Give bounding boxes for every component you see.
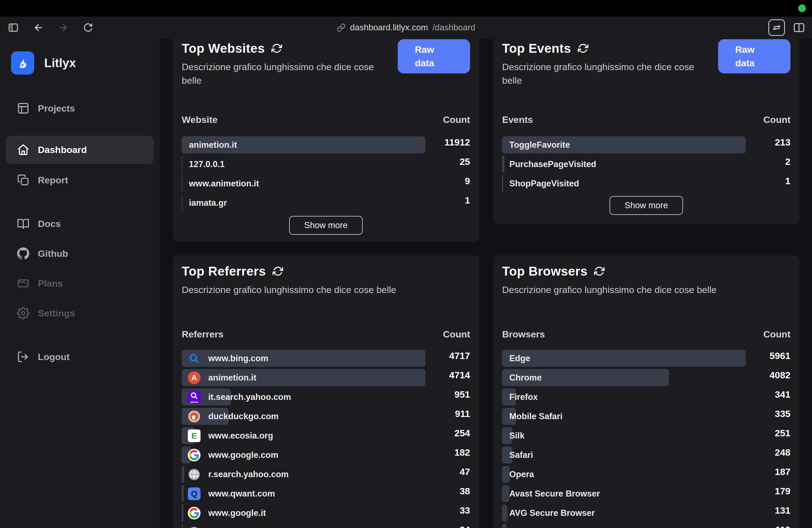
row-count: 131	[775, 505, 791, 516]
row-label: PurchasePageVisited	[509, 159, 596, 169]
value-bar	[182, 175, 182, 192]
table-row: ShopPageVisited1	[502, 175, 791, 192]
row-label: Safari	[509, 450, 533, 460]
row-count: 951	[454, 389, 470, 400]
report-icon	[17, 174, 30, 186]
card-top-browsers: Top Browsers Descrizione grafico lunghis…	[493, 255, 800, 528]
yahoo-favicon: yahoo/	[188, 391, 201, 404]
url-path: /dashboard	[433, 23, 475, 33]
sidebar-item-label: Logout	[38, 352, 70, 362]
table-row: Samsung Internet110	[502, 524, 791, 528]
table-row: www.bing.com4717	[182, 350, 470, 367]
value-bar	[502, 485, 509, 502]
sidebar-item-label: Dashboard	[38, 144, 87, 155]
sidebar-item-dashboard[interactable]: Dashboard	[6, 136, 153, 163]
row-count: 38	[460, 486, 470, 497]
card-top-events: Top Events Descrizione grafico lunghissi…	[493, 39, 800, 224]
sidebar-item-label: Projects	[38, 103, 75, 114]
value-bar	[182, 524, 183, 528]
row-count: 1	[465, 195, 470, 206]
row-label: ShopPageVisited	[509, 179, 579, 189]
sidebar-item-label: Docs	[38, 218, 61, 229]
home-icon	[17, 143, 30, 156]
table-row: 127.0.0.125	[182, 156, 470, 173]
column-header: Referrers	[182, 329, 223, 340]
table-row: animetion.it11912	[182, 136, 470, 153]
main-content: Top Websites Descrizione grafico lunghis…	[160, 39, 812, 528]
row-count: 254	[454, 428, 470, 439]
split-view-icon[interactable]	[793, 21, 806, 34]
litlyx-logo-icon	[11, 52, 34, 75]
sidebar-item-logout[interactable]: Logout	[6, 343, 153, 371]
raw-data-button[interactable]: Raw data	[718, 39, 791, 73]
value-bar	[502, 524, 507, 528]
row-label: www.google.com	[208, 450, 278, 460]
url-domain: dashboard.litlyx.com	[350, 23, 428, 33]
sidebar-nav: ProjectsDashboardReportDocsGithubPlansSe…	[0, 94, 159, 371]
count-header: Count	[764, 329, 791, 340]
table-header: Browsers Count	[502, 329, 791, 340]
sidebar-toggle-icon[interactable]	[8, 22, 19, 33]
card-subtitle: Descrizione grafico lunghissimo che dice…	[502, 60, 709, 87]
card-title: Top Events	[502, 41, 571, 56]
row-label: www.qwant.com	[208, 489, 275, 499]
refresh-icon[interactable]	[272, 43, 282, 54]
card-subtitle: Descrizione grafico lunghissimo che dice…	[182, 283, 470, 297]
row-count: 110	[775, 524, 791, 528]
table-row: Edge5961	[502, 350, 791, 367]
raw-data-button[interactable]: Raw data	[398, 39, 470, 73]
row-label: animetion.it	[189, 140, 237, 150]
refresh-icon[interactable]	[273, 266, 283, 276]
table-row: Firefox341	[502, 388, 791, 406]
column-header: Browsers	[502, 329, 545, 340]
value-bar	[182, 466, 184, 483]
sidebar-item-github[interactable]: Github	[6, 240, 153, 267]
value-bar	[502, 175, 503, 192]
sidebar-item-docs[interactable]: Docs	[6, 210, 153, 237]
plans-icon	[17, 277, 30, 290]
row-label: Edge	[509, 353, 530, 363]
row-label: Avast Secure Browser	[509, 489, 600, 499]
card-title: Top Browsers	[502, 264, 588, 279]
page-settings-icon[interactable]	[768, 19, 785, 36]
table-rows: ToggleFavorite213PurchasePageVisited2Sho…	[502, 136, 791, 194]
globe-favicon	[188, 526, 201, 528]
table-row: www.google.it33	[182, 504, 470, 522]
card-top-referrers: Top Referrers Descrizione grafico lunghi…	[173, 255, 479, 528]
url-bar[interactable]: dashboard.litlyx.com/dashboard	[337, 23, 475, 33]
sidebar-item-settings[interactable]: Settings	[6, 299, 153, 327]
row-label: www.ecosia.org	[208, 431, 273, 441]
row-count: 248	[775, 447, 791, 458]
link-icon	[337, 23, 346, 32]
row-count: 25	[460, 156, 470, 167]
row-label: Opera	[509, 469, 534, 480]
table-row: Safari248	[502, 446, 791, 464]
sidebar-item-report[interactable]: Report	[6, 166, 153, 194]
table-row: Mobile Safari335	[502, 408, 791, 425]
show-more-button[interactable]: Show more	[289, 216, 363, 235]
row-count: 182	[454, 447, 470, 458]
value-bar	[182, 504, 184, 522]
refresh-icon[interactable]	[578, 43, 588, 54]
sidebar-item-plans[interactable]: Plans	[6, 269, 153, 297]
reload-icon[interactable]	[83, 23, 93, 33]
row-count: 24	[460, 524, 470, 528]
back-icon[interactable]	[33, 23, 44, 33]
row-label: AVG Secure Browser	[509, 508, 595, 518]
brand-name: Litlyx	[44, 56, 76, 70]
refresh-icon[interactable]	[594, 266, 605, 276]
table-header: Events Count	[502, 114, 791, 125]
sidebar-item-projects[interactable]: Projects	[6, 94, 153, 122]
screen: { "window": { "recording_dot_color": "#2…	[0, 0, 812, 528]
table-row: iamata.gr1	[182, 194, 470, 211]
google-favicon	[188, 507, 201, 519]
row-count: 33	[460, 505, 470, 516]
count-header: Count	[443, 114, 470, 125]
card-title: Top Referrers	[182, 264, 266, 279]
ecosia-favicon: E	[188, 429, 201, 442]
table-row: 127.0.0.124	[182, 524, 470, 528]
row-label: Silk	[509, 431, 524, 441]
table-row: Aanimetion.it4714	[182, 369, 470, 386]
show-more-button[interactable]: Show more	[610, 196, 683, 215]
row-label: ToggleFavorite	[509, 140, 570, 150]
